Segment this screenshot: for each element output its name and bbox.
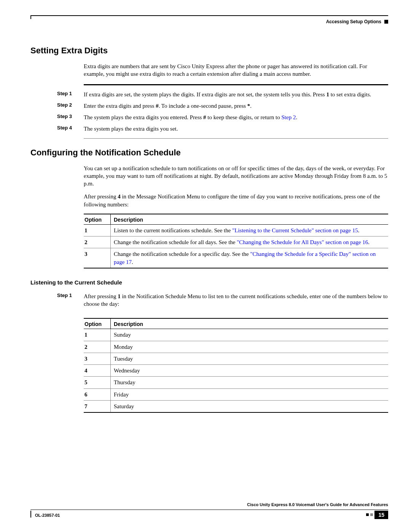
table-header-row: Option Description <box>84 214 388 225</box>
step-label: Step 1 <box>57 91 84 98</box>
cell-option: 3 <box>84 353 111 364</box>
header-tick <box>30 15 31 19</box>
step-label: Step 2 <box>57 102 84 110</box>
footer-docid: OL-23857-01 <box>35 513 60 518</box>
cell-desc: Listen to the current notifications sche… <box>111 224 389 236</box>
cell-desc: Sunday <box>111 329 389 341</box>
heading-setting-extra-digits: Setting Extra Digits <box>30 46 388 56</box>
cell-option: 4 <box>84 365 111 377</box>
cell-desc: Change the notification schedule for all… <box>111 236 389 248</box>
content: Setting Extra Digits Extra digits are nu… <box>30 46 388 413</box>
cell-option: 2 <box>84 236 111 248</box>
step-label: Step 1 <box>57 292 84 308</box>
step-row: Step 1 After pressing 1 in the Notificat… <box>30 292 388 308</box>
table-row: 7Saturday <box>84 400 388 412</box>
step-body: Enter the extra digits and press #. To i… <box>84 102 388 110</box>
cell-desc: Friday <box>111 388 389 400</box>
paragraph: After pressing 4 in the Message Notifica… <box>84 193 388 208</box>
col-option: Option <box>84 214 111 225</box>
heading-listening-current: Listening to the Current Schedule <box>30 279 388 286</box>
step-label: Step 3 <box>57 113 84 121</box>
link-step2[interactable]: Step 2 <box>281 114 296 120</box>
table-row: 2Monday <box>84 341 388 353</box>
table-row: 6Friday <box>84 388 388 400</box>
page: Accessing Setup Options Setting Extra Di… <box>0 0 411 532</box>
link-listen-schedule[interactable]: "Listening to the Current Schedule" sect… <box>232 227 358 233</box>
step-body: If extra digits are set, the system play… <box>84 91 388 98</box>
step-label: Step 4 <box>57 125 84 133</box>
header-section: Accessing Setup Options <box>326 19 388 24</box>
table-row: 3 Change the notification schedule for a… <box>84 248 388 268</box>
table-row: 3Tuesday <box>84 353 388 364</box>
cell-desc: Saturday <box>111 400 389 412</box>
step-row: Step 3 The system plays the extra digits… <box>30 113 388 121</box>
table-row: 1 Listen to the current notifications sc… <box>84 224 388 236</box>
cell-option: 3 <box>84 248 111 268</box>
link-change-all-days[interactable]: "Changing the Schedule for All Days" sec… <box>237 239 368 245</box>
rule-start <box>84 84 388 85</box>
step-row: Step 1 If extra digits are set, the syst… <box>30 91 388 98</box>
step-row: Step 4 The system plays the extra digits… <box>30 125 388 133</box>
table-header-row: Option Description <box>84 318 388 329</box>
paragraph: Extra digits are numbers that are sent b… <box>84 62 388 78</box>
rule-end <box>84 138 388 139</box>
footer-squares <box>366 513 373 516</box>
footer-doc-title: Cisco Unity Express 8.0 Voicemail User's… <box>247 502 388 507</box>
cell-option: 7 <box>84 400 111 412</box>
cell-desc: Wednesday <box>111 365 389 377</box>
cell-option: 6 <box>84 388 111 400</box>
cell-desc: Thursday <box>111 377 389 388</box>
step-body: The system plays the extra digits you en… <box>84 113 388 121</box>
heading-config-notification: Configuring the Notification Schedule <box>30 148 388 158</box>
cell-desc: Tuesday <box>111 353 389 364</box>
step-body: The system plays the extra digits you se… <box>84 125 388 133</box>
col-option: Option <box>84 318 111 329</box>
square-icon <box>370 513 373 516</box>
cell-option: 1 <box>84 329 111 341</box>
paragraph: You can set up a notification schedule t… <box>84 165 388 188</box>
table-row: 1Sunday <box>84 329 388 341</box>
header-section-text: Accessing Setup Options <box>326 19 381 24</box>
cell-desc: Change the notification schedule for a s… <box>111 248 389 268</box>
options-table-1: Option Description 1 Listen to the curre… <box>84 214 388 268</box>
table-row: 2 Change the notification schedule for a… <box>84 236 388 248</box>
footer-rule <box>30 510 388 510</box>
cell-desc: Monday <box>111 341 389 353</box>
square-icon <box>366 513 369 516</box>
col-description: Description <box>111 214 389 225</box>
options-table-2: Option Description 1Sunday 2Monday 3Tues… <box>84 318 388 413</box>
step-body: After pressing 1 in the Notification Sch… <box>84 292 388 308</box>
page-number: 15 <box>374 511 388 519</box>
cell-option: 2 <box>84 341 111 353</box>
header-square-icon <box>384 20 388 24</box>
col-description: Description <box>111 318 389 329</box>
header-rule <box>30 15 388 16</box>
table-row: 5Thursday <box>84 377 388 388</box>
cell-option: 1 <box>84 224 111 236</box>
table-row: 4Wednesday <box>84 365 388 377</box>
step-row: Step 2 Enter the extra digits and press … <box>30 102 388 110</box>
footer-tick <box>30 511 31 518</box>
cell-option: 5 <box>84 377 111 388</box>
